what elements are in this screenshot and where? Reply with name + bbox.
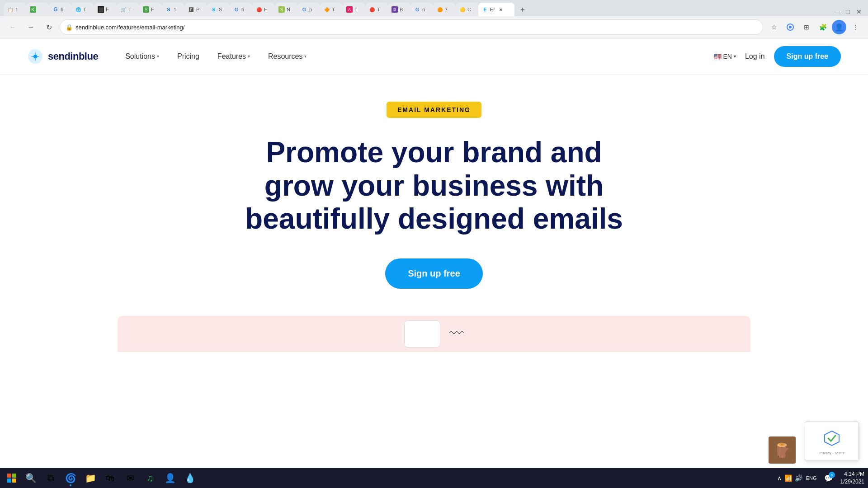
tab-t1[interactable]: 🌐 T	[71, 3, 94, 16]
mail-icon: ✉	[127, 473, 134, 483]
address-bar[interactable]: 🔒 sendinblue.com/features/email-marketin…	[60, 19, 763, 35]
taskbar-file-explorer[interactable]: 📁	[81, 469, 99, 487]
close-button[interactable]: ✕	[854, 7, 864, 16]
tab-t2[interactable]: 🛒 T	[117, 3, 139, 16]
preview-card-1	[404, 320, 440, 347]
nav-links: Solutions ▾ Pricing Features ▾ Resources…	[125, 52, 713, 61]
tab-active[interactable]: E Er ✕	[478, 3, 514, 16]
tab-t3[interactable]: 🔶 T	[320, 3, 343, 16]
taskbar-mail[interactable]: ✉	[121, 469, 139, 487]
taskbar: 🔍 ⧉ 🌀 📁 🛍 ✉ ♫ 👤 💧 ∧ 📶 🔊 ENG 💬 6 4:14 PM	[0, 468, 868, 488]
taskbar-spotify[interactable]: ♫	[141, 469, 159, 487]
address-bar-row: ← → ↻ 🔒 sendinblue.com/features/email-ma…	[0, 16, 868, 38]
hero-signup-button[interactable]: Sign up free	[385, 258, 483, 289]
maximize-button[interactable]: □	[844, 7, 853, 16]
tab-n[interactable]: G n	[410, 3, 433, 16]
tab-t4[interactable]: 🔴 T	[365, 3, 388, 16]
tab-b[interactable]: G b	[49, 3, 71, 16]
logo-text: sendinblue	[48, 51, 98, 62]
start-button[interactable]	[4, 470, 20, 486]
tab-favicon-h: G	[233, 6, 240, 13]
collections-button[interactable]: ⊞	[799, 20, 814, 34]
taskbar-photos[interactable]: 👤	[161, 469, 179, 487]
tab-k[interactable]: K	[26, 3, 49, 16]
resources-link[interactable]: Resources ▾	[268, 52, 307, 61]
spotify-icon: ♫	[147, 473, 154, 483]
language-selector[interactable]: 🇺🇸 EN ▾	[714, 53, 736, 60]
tab-label-p: P	[196, 7, 199, 12]
logo-icon	[27, 48, 43, 65]
tab-h[interactable]: G h	[230, 3, 252, 16]
tab-7[interactable]: 🟠 7	[433, 3, 456, 16]
store-icon: 🛍	[106, 473, 115, 483]
website-content: sendinblue Solutions ▾ Pricing Features …	[0, 38, 868, 450]
tab-label-t1: T	[83, 7, 86, 12]
profile-button[interactable]: 👤	[832, 20, 846, 34]
lock-icon: 🔒	[66, 24, 73, 31]
tab-label-b: b	[61, 7, 63, 12]
tab-1[interactable]: 📋 1	[4, 3, 26, 16]
taskbar-store[interactable]: 🛍	[101, 469, 119, 487]
resources-arrow: ▾	[304, 54, 307, 59]
tab-favicon-H: 🔴	[256, 6, 262, 13]
tab-favicon-N: S	[278, 6, 285, 13]
features-link[interactable]: Features ▾	[217, 52, 250, 61]
star-button[interactable]: ☆	[767, 20, 781, 34]
task-view-icon: ⧉	[47, 473, 54, 483]
reload-button[interactable]: ↻	[42, 20, 56, 34]
solutions-link[interactable]: Solutions ▾	[125, 52, 159, 61]
tab-1b[interactable]: S 1	[162, 3, 184, 16]
tab-B[interactable]: B B	[388, 3, 410, 16]
time-display: 4:14 PM	[840, 470, 864, 478]
browser-actions: ☆ ⊞ 🧩 👤 ⋮	[767, 20, 863, 34]
tab-p2[interactable]: G p	[297, 3, 320, 16]
tab-label-C: C	[467, 7, 471, 12]
back-button[interactable]: ←	[5, 20, 20, 34]
clock[interactable]: 4:14 PM 1/29/2021	[840, 470, 864, 486]
keyboard-lang: ENG	[806, 475, 817, 481]
features-arrow: ▾	[248, 54, 250, 59]
volume-icon: 🔊	[795, 474, 802, 482]
taskbar-right: ∧ 📶 🔊 ENG 💬 6 4:14 PM 1/29/2021	[777, 470, 864, 486]
tab-AT[interactable]: A T	[343, 3, 365, 16]
tab-close-active[interactable]: ✕	[498, 6, 504, 13]
tab-s2[interactable]: S S	[207, 3, 230, 16]
folder-icon: 📁	[85, 473, 96, 483]
tab-N[interactable]: S N	[275, 3, 297, 16]
tab-favicon-1b: S	[165, 6, 172, 13]
pricing-link[interactable]: Pricing	[177, 52, 199, 61]
new-tab-button[interactable]: +	[516, 4, 529, 16]
tray-chevron[interactable]: ∧	[777, 474, 782, 482]
preview-wave-icon: 〰	[449, 325, 464, 342]
nav-signup-button[interactable]: Sign up free	[774, 46, 841, 67]
minimize-button[interactable]: ─	[833, 7, 843, 16]
forward-button[interactable]: →	[24, 20, 38, 34]
logo-area[interactable]: sendinblue	[27, 48, 98, 65]
floating-product-image: 🪵	[769, 436, 796, 464]
tab-label-t2: T	[128, 7, 132, 12]
login-link[interactable]: Log in	[745, 52, 765, 61]
notification-button[interactable]: 💬 6	[821, 470, 837, 486]
taskbar-edge[interactable]: 🌀	[61, 469, 80, 487]
tab-p[interactable]: 🅿 P	[184, 3, 207, 16]
menu-button[interactable]: ⋮	[848, 20, 863, 34]
tab-favicon-active: E	[482, 6, 488, 13]
edge-icon: 🌀	[65, 473, 76, 483]
preview-area: 〰	[0, 316, 868, 352]
windows-logo	[7, 474, 16, 483]
google-lens-button[interactable]	[783, 20, 797, 34]
tab-C[interactable]: 🟡 C	[456, 3, 478, 16]
tab-favicon-p: 🅿	[188, 6, 194, 13]
photos-icon: 👤	[165, 473, 176, 483]
taskbar-eyedropper[interactable]: 💧	[181, 469, 199, 487]
tab-f1[interactable]: ⬛ F	[94, 3, 117, 16]
tab-H[interactable]: 🔴 H	[252, 3, 275, 16]
extensions-button[interactable]: 🧩	[816, 20, 830, 34]
taskbar-search[interactable]: 🔍	[22, 469, 40, 487]
recaptcha-logo: Privacy - Terms	[812, 427, 851, 455]
tab-favicon-t3: 🔶	[324, 6, 330, 13]
tab-s1[interactable]: S F	[139, 3, 162, 16]
tab-favicon-t4: 🔴	[369, 6, 375, 13]
taskbar-task-view[interactable]: ⧉	[42, 469, 60, 487]
flag-icon: 🇺🇸	[714, 53, 722, 60]
